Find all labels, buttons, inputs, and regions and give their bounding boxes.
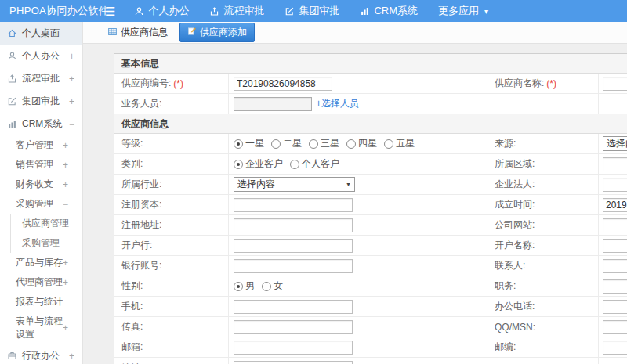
tab-supplier-info[interactable]: 供应商信息 bbox=[103, 23, 172, 42]
select-person-link[interactable]: +选择人员 bbox=[316, 97, 359, 110]
sidebar-item-customer-mgmt[interactable]: 客户管理 + bbox=[0, 135, 82, 155]
sidebar-item-supplier-mgmt[interactable]: 供应商管理 bbox=[10, 214, 82, 233]
sidebar-item-purchase-mgmt[interactable]: 采购管理 − bbox=[0, 194, 82, 214]
sidebar-item-label: 个人桌面 bbox=[22, 27, 60, 40]
radio-option-person[interactable]: 个人客户 bbox=[290, 157, 339, 171]
fax-input[interactable] bbox=[234, 320, 353, 334]
zip-input[interactable] bbox=[603, 341, 627, 355]
label-bank: 开户行: bbox=[121, 239, 152, 252]
email-input[interactable] bbox=[234, 341, 353, 355]
sidebar-item-form-flow-settings[interactable]: 表单与流程设置 + bbox=[0, 312, 82, 344]
radio-option-level-1[interactable]: 一星 bbox=[234, 137, 264, 150]
collapse-icon[interactable]: − bbox=[63, 199, 68, 210]
radio-option-male[interactable]: 男 bbox=[234, 279, 255, 293]
label-industry: 所属行业: bbox=[121, 178, 161, 191]
position-input[interactable] bbox=[603, 279, 627, 294]
office-phone-input[interactable] bbox=[603, 300, 627, 314]
expand-icon[interactable]: + bbox=[69, 351, 74, 362]
nav-more-apps[interactable]: 更多应用 ▾ bbox=[438, 4, 488, 18]
label-qq-msn: QQ/MSN: bbox=[495, 322, 535, 333]
sidebar-item-crm-system[interactable]: CRM系统 − bbox=[0, 113, 82, 135]
label-email: 邮箱: bbox=[121, 341, 143, 354]
label-mobile: 手机: bbox=[121, 300, 143, 313]
radio-option-female[interactable]: 女 bbox=[262, 279, 283, 293]
nav-group-approval[interactable]: 集团审批 bbox=[285, 4, 339, 18]
supplier-code-input[interactable] bbox=[234, 77, 332, 91]
registered-capital-input[interactable] bbox=[234, 198, 353, 212]
contact-input[interactable] bbox=[603, 259, 627, 273]
industry-select[interactable]: 选择内容▼ bbox=[234, 177, 355, 192]
required-mark: (*) bbox=[546, 78, 556, 89]
mobile-input[interactable] bbox=[234, 300, 353, 314]
sidebar-item-label: CRM系统 bbox=[22, 117, 62, 131]
sidebar-item-reports[interactable]: 报表与统计 bbox=[0, 292, 82, 312]
bank-input[interactable] bbox=[234, 239, 353, 253]
sidebar-item-process-approval[interactable]: 流程审批 + bbox=[0, 67, 82, 90]
registered-address-input[interactable] bbox=[234, 218, 353, 232]
sidebar-item-product-stock[interactable]: 产品与库存 + bbox=[0, 253, 82, 272]
category-radio[interactable] bbox=[234, 160, 243, 169]
sidebar-item-personal-office[interactable]: 个人办公 + bbox=[0, 45, 82, 67]
expand-icon[interactable]: + bbox=[69, 74, 74, 85]
radio-option-level-4[interactable]: 四星 bbox=[346, 137, 377, 150]
level-radio[interactable] bbox=[234, 139, 243, 149]
category-radio[interactable] bbox=[290, 160, 299, 169]
expand-icon[interactable]: + bbox=[63, 140, 68, 151]
supplier-name-input[interactable] bbox=[603, 77, 627, 91]
expand-icon[interactable]: + bbox=[69, 96, 74, 107]
sidebar-item-label: 流程审批 bbox=[22, 72, 60, 85]
nav-process-approval[interactable]: 流程审批 bbox=[209, 4, 264, 18]
radio-option-level-5[interactable]: 五星 bbox=[384, 137, 415, 150]
expand-icon[interactable]: + bbox=[63, 277, 68, 288]
expand-icon[interactable]: + bbox=[63, 323, 68, 333]
source-select[interactable]: 选择内容▼ bbox=[603, 136, 627, 151]
label-supplier-code: 供应商编号: bbox=[121, 77, 171, 90]
level-radio[interactable] bbox=[384, 139, 393, 149]
radio-option-level-2[interactable]: 二星 bbox=[271, 137, 302, 150]
region-input[interactable] bbox=[603, 157, 627, 171]
section-header-basic-info: 基本信息 bbox=[114, 54, 627, 74]
gender-radio[interactable] bbox=[234, 282, 243, 291]
expand-icon[interactable]: + bbox=[69, 51, 74, 62]
expand-icon[interactable]: + bbox=[63, 160, 68, 171]
form-row: 手机: 办公电话: bbox=[114, 297, 627, 317]
level-radio[interactable] bbox=[309, 139, 318, 149]
sidebar-item-label: 行政办公 bbox=[22, 349, 60, 362]
sidebar-item-purchasing[interactable]: 采购管理 bbox=[10, 233, 82, 253]
sidebar-item-sales-mgmt[interactable]: 销售管理 + bbox=[0, 155, 82, 175]
established-date-input[interactable] bbox=[603, 198, 627, 212]
gender-radio[interactable] bbox=[262, 282, 271, 291]
sidebar-item-finance[interactable]: 财务收支 + bbox=[0, 175, 82, 194]
legal-person-input[interactable] bbox=[603, 178, 627, 192]
tab-supplier-add[interactable]: 供应商添加 bbox=[179, 23, 255, 42]
level-radio[interactable] bbox=[346, 139, 356, 149]
level-radio[interactable] bbox=[271, 139, 281, 149]
nav-personal-office[interactable]: 个人办公 bbox=[134, 4, 189, 18]
collapse-icon[interactable]: − bbox=[69, 119, 74, 130]
nav-crm-system[interactable]: CRM系统 bbox=[360, 4, 418, 18]
sidebar-item-label: 客户管理 bbox=[16, 139, 53, 152]
hamburger-menu-icon[interactable]: ☰ bbox=[105, 5, 115, 17]
chart-icon bbox=[360, 6, 370, 16]
address-input[interactable] bbox=[234, 361, 353, 364]
sidebar-item-label: 产品与库存 bbox=[16, 256, 63, 269]
sidebar-item-admin-office[interactable]: 行政办公 + bbox=[0, 344, 82, 364]
label-source: 来源: bbox=[495, 137, 516, 150]
bank-account-input[interactable] bbox=[234, 259, 353, 273]
form-row: 注册地址: 公司网站: bbox=[114, 215, 627, 236]
website-input[interactable] bbox=[603, 218, 627, 232]
radio-option-level-3[interactable]: 三星 bbox=[309, 137, 339, 150]
sidebar-item-agent-mgmt[interactable]: 代理商管理 + bbox=[0, 272, 82, 292]
form-row: 供应商编号: (*) 供应商名称: (*) bbox=[114, 74, 627, 94]
expand-icon[interactable]: + bbox=[63, 179, 68, 190]
grid-icon bbox=[107, 27, 118, 39]
expand-icon[interactable]: + bbox=[63, 258, 68, 268]
business-person-input[interactable] bbox=[234, 97, 312, 111]
radio-option-company[interactable]: 企业客户 bbox=[234, 157, 283, 171]
sidebar-item-personal-desktop[interactable]: 个人桌面 bbox=[0, 22, 82, 45]
caret-down-icon: ▾ bbox=[484, 7, 488, 16]
qq-msn-input[interactable] bbox=[603, 320, 627, 334]
account-name-input[interactable] bbox=[603, 239, 627, 253]
label-business-person: 业务人员: bbox=[121, 97, 161, 110]
sidebar-item-group-approval[interactable]: 集团审批 + bbox=[0, 90, 82, 113]
